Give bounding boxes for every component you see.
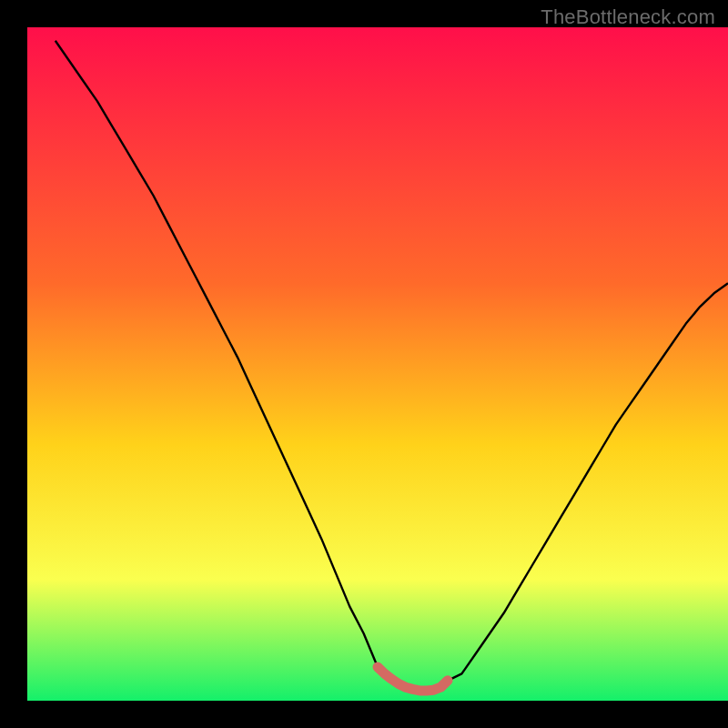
bottleneck-plot <box>0 0 728 728</box>
bottom-margin <box>0 701 728 728</box>
heat-gradient <box>27 27 728 701</box>
chart-stage: TheBottleneck.com <box>0 0 728 728</box>
watermark-label: TheBottleneck.com <box>541 5 715 29</box>
left-margin <box>0 0 27 728</box>
